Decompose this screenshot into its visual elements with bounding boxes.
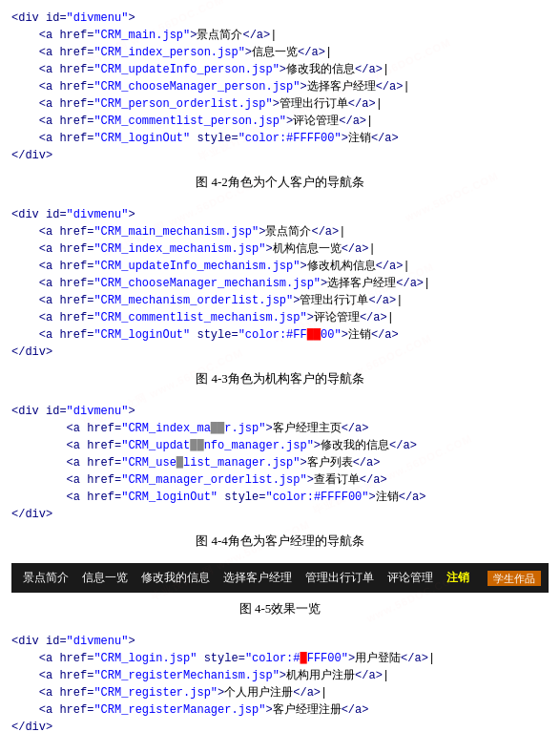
nav-item-xinxi: 信息一览	[78, 568, 132, 588]
caption-navbar: 图 4-5效果一览	[11, 600, 549, 617]
nav-item-zhuxiao: 注销	[443, 568, 473, 588]
caption-3: 图 4-4角色为客户经理的导航条	[11, 533, 549, 550]
nav-item-xiugai: 修改我的信息	[137, 568, 214, 588]
section-2: <div id="divmenu"> <a href="CRM_main_mec…	[11, 204, 549, 387]
code-block-4: <div id="divmenu"> <a href="CRM_login.js…	[11, 631, 549, 732]
section-3: <div id="divmenu"> <a href="CRM_index_ma…	[11, 401, 549, 550]
code-block-1: <div id="divmenu"> <a href="CRM_main.jsp…	[11, 8, 549, 166]
code-block-2: <div id="divmenu"> <a href="CRM_main_mec…	[11, 204, 549, 363]
student-work-badge: 学生作品	[487, 571, 541, 586]
nav-item-xuanze: 选择客户经理	[219, 568, 296, 588]
section-4: <div id="divmenu"> <a href="CRM_login.js…	[11, 631, 549, 732]
section-navbar-demo: 景点简介 信息一览 修改我的信息 选择客户经理 管理出行订单 评论管理 注销 学…	[11, 563, 549, 617]
nav-item-jingdian: 景点简介	[19, 568, 73, 588]
nav-item-guanli: 管理出行订单	[301, 568, 378, 588]
section-1: <div id="divmenu"> <a href="CRM_main.jsp…	[11, 8, 549, 191]
caption-2: 图 4-3角色为机构客户的导航条	[11, 370, 549, 387]
page-content: 毕业设计文网 www.56DOC.COM毕业设计文网 www.56DOC.COM…	[0, 0, 560, 732]
code-block-3: <div id="divmenu"> <a href="CRM_index_ma…	[11, 401, 549, 525]
demo-navbar: 景点简介 信息一览 修改我的信息 选择客户经理 管理出行订单 评论管理 注销 学…	[11, 563, 549, 593]
nav-item-pinglun: 评论管理	[384, 568, 437, 588]
caption-1: 图 4-2角色为个人客户的导航条	[11, 174, 549, 191]
